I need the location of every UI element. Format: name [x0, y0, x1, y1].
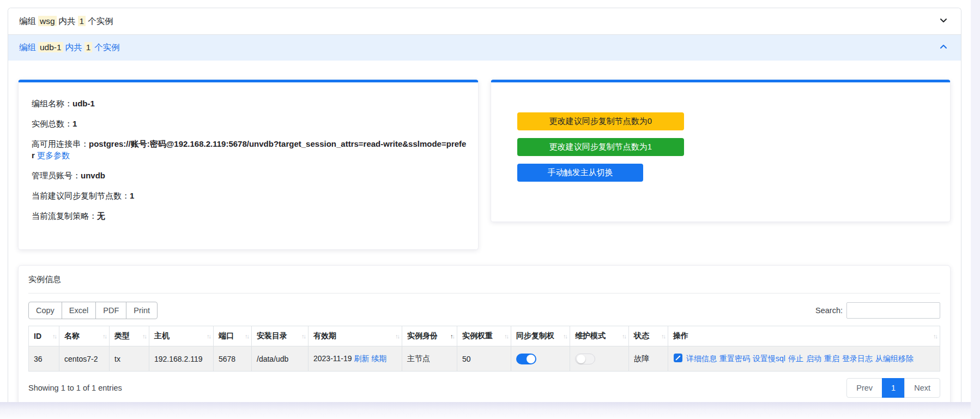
set-sync-replicas-0-button[interactable]: 更改建议同步复制节点数为0: [517, 112, 684, 130]
stop-link[interactable]: 停止: [788, 354, 803, 363]
table-row: 36 centos7-2 tx 192.168.2.119 5678 /data…: [29, 346, 940, 372]
column-header-name[interactable]: 名称↑↓: [59, 326, 110, 346]
sort-icon[interactable]: ↑↓: [622, 333, 626, 339]
sort-icon[interactable]: ↑↓: [142, 333, 146, 339]
excel-button[interactable]: Excel: [62, 302, 96, 319]
slow-sql-link[interactable]: 设置慢sql: [753, 354, 785, 363]
sort-icon[interactable]: ↑↓: [301, 333, 305, 339]
set-sync-replicas-1-button[interactable]: 更改建议同步复制节点数为1: [517, 138, 684, 156]
page: 编组wsg内共1个实例 编组udb-1内共1个实例 编组名称：udb-1: [0, 0, 980, 419]
login-log-link[interactable]: 登录日志: [842, 354, 873, 363]
cell-weight: 50: [457, 346, 511, 372]
restart-link[interactable]: 重启: [824, 354, 839, 363]
cell-id: 36: [29, 346, 59, 372]
field-value: udb-1: [72, 99, 95, 108]
column-header-weight[interactable]: 实例权重↑↓: [457, 326, 511, 346]
accordion-header-wsg[interactable]: 编组wsg内共1个实例: [8, 8, 961, 34]
sync-replication-toggle[interactable]: [516, 354, 536, 364]
manual-failover-button[interactable]: 手动触发主从切换: [517, 164, 643, 182]
sort-icon[interactable]: ↑↓: [395, 333, 399, 339]
renew-link[interactable]: 续期: [371, 354, 386, 363]
column-header-port[interactable]: 端口↑↓: [214, 326, 252, 346]
column-header-operations[interactable]: 操作↑↓: [668, 326, 940, 346]
column-header-type[interactable]: 类型↑↓: [110, 326, 149, 346]
field-admin-account: 管理员账号：unvdb: [32, 170, 467, 181]
title-suffix: 个实例: [88, 16, 113, 26]
field-label: 编组名称：: [32, 99, 72, 108]
showing-entries-text: Showing 1 to 1 of 1 entries: [28, 384, 122, 392]
sort-icon[interactable]: ↑↓: [933, 333, 937, 339]
table-header-row: ID↑↓ 名称↑↓ 类型↑↓ 主机↑↓ 端口↑↓ 安装目录↑↓ 有效期↑↓ 实例…: [29, 326, 940, 346]
field-instance-total: 实例总数：1: [32, 118, 467, 129]
more-params-link[interactable]: 更多参数: [37, 151, 70, 160]
prev-page-button[interactable]: Prev: [846, 378, 882, 398]
remove-from-group-link[interactable]: 从编组移除: [875, 354, 914, 363]
accordion-header-udb-1[interactable]: 编组udb-1内共1个实例: [8, 34, 961, 61]
title-prefix: 编组: [19, 16, 36, 26]
search-input[interactable]: [846, 302, 940, 319]
maintenance-mode-toggle[interactable]: [575, 354, 595, 364]
sort-icon[interactable]: ↑↓: [207, 333, 210, 339]
cell-expiry: 2023-11-19 刷新 续期: [308, 346, 402, 372]
column-header-host[interactable]: 主机↑↓: [149, 326, 214, 346]
start-link[interactable]: 启动: [806, 354, 821, 363]
detail-info-link[interactable]: 详细信息: [686, 354, 717, 363]
instance-table-card: 实例信息 Copy Excel PDF Print Search:: [18, 265, 951, 407]
column-header-role[interactable]: 实例身份↑↓: [402, 326, 457, 346]
table-footer: Showing 1 to 1 of 1 entries Prev 1 Next: [28, 378, 940, 398]
title-middle: 内共: [65, 43, 82, 52]
column-header-expiry[interactable]: 有效期↑↓: [308, 326, 402, 346]
field-ha-connection-string: 高可用连接串：postgres://账号:密码@192.168.2.119:56…: [32, 138, 467, 161]
cell-role: 主节点: [402, 346, 457, 372]
group-accordion: 编组wsg内共1个实例 编组udb-1内共1个实例 编组名称：udb-1: [8, 8, 961, 419]
column-header-status[interactable]: 状态↑↓: [629, 326, 668, 346]
bottom-fade-band: [0, 402, 980, 419]
accordion-title-udb-1: 编组udb-1内共1个实例: [19, 42, 122, 53]
field-stream-replication-policy: 当前流复制策略：无: [32, 210, 467, 222]
expiry-date: 2023-11-19: [313, 354, 352, 363]
export-button-group: Copy Excel PDF Print: [28, 302, 158, 319]
sort-icon[interactable]: ↑↓: [102, 333, 106, 339]
cell-install-dir: /data/udb: [252, 346, 308, 372]
column-header-maintenance-mode[interactable]: 维护模式↑↓: [570, 326, 629, 346]
chevron-down-icon[interactable]: [938, 15, 949, 28]
page-1-button[interactable]: 1: [882, 378, 905, 398]
group-actions-card: 更改建议同步复制节点数为0 更改建议同步复制节点数为1 手动触发主从切换: [491, 80, 951, 222]
search-label: Search:: [815, 306, 843, 315]
cell-name: centos7-2: [59, 346, 110, 372]
cell-sync-replication: [511, 346, 570, 372]
pdf-button[interactable]: PDF: [95, 302, 126, 319]
sort-icon[interactable]: ↑↓: [245, 333, 249, 339]
cell-status: 故障: [629, 346, 668, 372]
instance-table: ID↑↓ 名称↑↓ 类型↑↓ 主机↑↓ 端口↑↓ 安装目录↑↓ 有效期↑↓ 实例…: [28, 326, 940, 372]
reset-password-link[interactable]: 重置密码: [719, 354, 750, 363]
cell-type: tx: [110, 346, 149, 372]
instance-count-highlight: 1: [78, 16, 86, 26]
column-header-install-dir[interactable]: 安装目录↑↓: [252, 326, 308, 346]
pagination: Prev 1 Next: [846, 378, 940, 398]
column-header-id[interactable]: ID↑↓: [29, 326, 59, 346]
field-label: 管理员账号：: [32, 171, 81, 180]
table-title: 实例信息: [28, 274, 940, 285]
cell-maintenance-mode: [570, 346, 629, 372]
sort-icon-active[interactable]: ↑↓: [450, 333, 454, 339]
field-value: postgres://账号:密码@192.168.2.119:5678/unvd…: [32, 139, 466, 160]
sort-icon[interactable]: ↑↓: [661, 333, 665, 339]
edit-icon[interactable]: [673, 356, 683, 364]
sort-icon[interactable]: ↑↓: [52, 333, 56, 339]
column-header-sync-replication[interactable]: 同步复制权↑↓: [511, 326, 570, 346]
copy-button[interactable]: Copy: [28, 302, 62, 319]
group-name-highlight: udb-1: [38, 42, 63, 52]
search-box: Search:: [815, 302, 940, 319]
refresh-link[interactable]: 刷新: [354, 354, 369, 363]
cell-operations: 详细信息重置密码设置慢sql停止启动重启登录日志从编组移除: [668, 346, 940, 372]
sort-icon[interactable]: ↑↓: [504, 333, 508, 339]
next-page-button[interactable]: Next: [904, 378, 940, 398]
field-value: 1: [72, 119, 77, 128]
field-value: 无: [97, 211, 105, 220]
chevron-up-icon[interactable]: [938, 41, 949, 55]
field-label: 当前建议同步复制节点数：: [32, 191, 130, 200]
sort-icon[interactable]: ↑↓: [563, 333, 567, 339]
print-button[interactable]: Print: [126, 302, 158, 319]
scrollbar-track[interactable]: [971, 0, 980, 419]
